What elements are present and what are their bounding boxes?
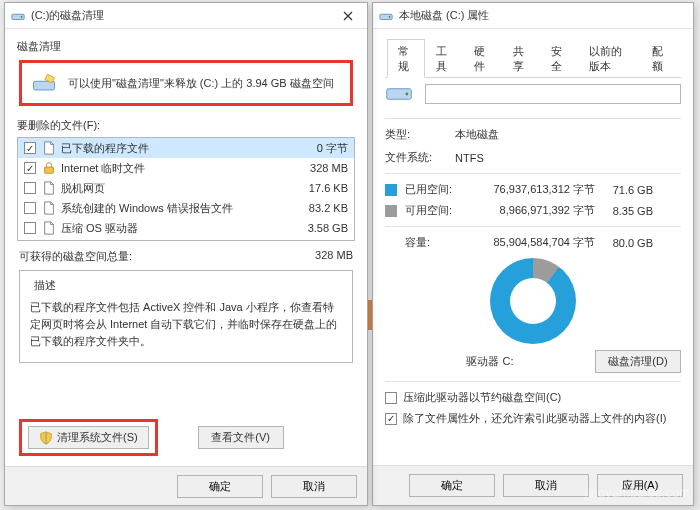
drive-big-icon (385, 80, 413, 108)
svg-point-5 (21, 16, 23, 18)
system-files-callout: 清理系统文件(S) (19, 419, 158, 456)
row-name: 脱机网页 (61, 181, 288, 196)
used-bytes: 76,937,613,312 字节 (465, 182, 595, 197)
cap-label: 容量: (405, 235, 465, 250)
file-row[interactable]: 系统创建的 Windows 错误报告文件83.2 KB (18, 198, 354, 218)
fs-value: NTFS (455, 152, 484, 164)
row-size: 83.2 KB (288, 202, 348, 214)
used-swatch (385, 184, 397, 196)
drive-name-input[interactable] (425, 84, 681, 104)
cancel-button[interactable]: 取消 (271, 475, 357, 498)
view-files-button[interactable]: 查看文件(V) (198, 426, 284, 449)
cleanup-icon (30, 69, 58, 97)
cleanup-system-files-label: 清理系统文件(S) (57, 430, 138, 445)
usage-donut-chart (490, 258, 576, 344)
row-name: 压缩 OS 驱动器 (61, 221, 288, 236)
tab-previous[interactable]: 以前的版本 (578, 39, 641, 78)
file-row[interactable]: 脱机网页17.6 KB (18, 178, 354, 198)
close-button[interactable] (331, 3, 365, 29)
svg-rect-7 (45, 167, 54, 173)
apply-button[interactable]: 应用(A) (597, 474, 683, 497)
row-size: 17.6 KB (288, 182, 348, 194)
tab-tools[interactable]: 工具 (425, 39, 463, 78)
row-checkbox[interactable] (24, 222, 36, 234)
free-bytes: 8,966,971,392 字节 (465, 203, 595, 218)
summary-text: 可以使用"磁盘清理"来释放 (C:) 上的 3.94 GB 磁盘空间 (68, 76, 334, 91)
total-size: 328 MB (315, 249, 353, 264)
index-checkbox[interactable]: ✓ (385, 413, 397, 425)
drive-icon (379, 9, 393, 23)
free-gb: 8.35 GB (595, 205, 653, 217)
lock-icon (42, 161, 56, 175)
titlebar[interactable]: 本地磁盘 (C:) 属性 (373, 3, 693, 29)
used-gb: 71.6 GB (595, 184, 653, 196)
file-row[interactable]: 压缩 OS 驱动器3.58 GB (18, 218, 354, 238)
summary-callout: 可以使用"磁盘清理"来释放 (C:) 上的 3.94 GB 磁盘空间 (19, 60, 353, 106)
files-list[interactable]: ✓已下载的程序文件0 字节✓Internet 临时文件328 MB脱机网页17.… (17, 137, 355, 241)
cancel-button[interactable]: 取消 (503, 474, 589, 497)
type-label: 类型: (385, 127, 455, 142)
tabstrip: 常规 工具 硬件 共享 安全 以前的版本 配额 (385, 39, 681, 78)
description-text: 已下载的程序文件包括 ActiveX 控件和 Java 小程序，你查看特定网页时… (30, 299, 342, 350)
description-heading: 描述 (30, 278, 60, 293)
index-label: 除了文件属性外，还允许索引此驱动器上文件的内容(I) (403, 411, 666, 426)
row-name: 系统创建的 Windows 错误报告文件 (61, 201, 288, 216)
file-row[interactable]: ✓Internet 临时文件328 MB (18, 158, 354, 178)
file-icon (42, 141, 56, 155)
type-value: 本地磁盘 (455, 127, 499, 142)
file-icon (42, 181, 56, 195)
row-name: Internet 临时文件 (61, 161, 288, 176)
window-title: 本地磁盘 (C:) 属性 (399, 8, 489, 23)
file-icon (42, 201, 56, 215)
fs-label: 文件系统: (385, 150, 455, 165)
cap-gb: 80.0 GB (595, 237, 653, 249)
tab-sharing[interactable]: 共享 (502, 39, 540, 78)
file-row[interactable]: ✓已下载的程序文件0 字节 (18, 138, 354, 158)
row-size: 0 字节 (288, 141, 348, 156)
row-checkbox[interactable] (24, 202, 36, 214)
file-icon (42, 221, 56, 235)
drive-label: 驱动器 C: (385, 354, 595, 369)
disk-cleanup-window: (C:)的磁盘清理 磁盘清理 可以使用"磁盘清理"来释放 (C:) 上的 3.9… (4, 2, 368, 506)
titlebar[interactable]: (C:)的磁盘清理 (5, 3, 367, 29)
tab-heading: 磁盘清理 (17, 39, 355, 54)
ok-button[interactable]: 确定 (177, 475, 263, 498)
ok-button[interactable]: 确定 (409, 474, 495, 497)
drive-icon (11, 9, 25, 23)
svg-point-3 (405, 93, 408, 96)
cap-bytes: 85,904,584,704 字节 (465, 235, 595, 250)
compress-checkbox[interactable] (385, 392, 397, 404)
used-label: 已用空间: (405, 182, 465, 197)
disk-cleanup-button[interactable]: 磁盘清理(D) (595, 350, 681, 373)
drive-properties-window: 本地磁盘 (C:) 属性 常规 工具 硬件 共享 安全 以前的版本 配额 类型:… (372, 2, 694, 506)
tab-hardware[interactable]: 硬件 (463, 39, 501, 78)
button-bar: 确定 取消 应用(A) (373, 465, 693, 505)
row-name: 已下载的程序文件 (61, 141, 288, 156)
total-label: 可获得的磁盘空间总量: (19, 249, 315, 264)
row-size: 3.58 GB (288, 222, 348, 234)
row-checkbox[interactable] (24, 182, 36, 194)
tab-general[interactable]: 常规 (387, 39, 425, 78)
free-swatch (385, 205, 397, 217)
row-size: 328 MB (288, 162, 348, 174)
window-title: (C:)的磁盘清理 (31, 8, 104, 23)
button-bar: 确定 取消 (5, 466, 367, 505)
files-label: 要删除的文件(F): (17, 118, 355, 133)
cleanup-system-files-button[interactable]: 清理系统文件(S) (28, 426, 149, 449)
description-group: 描述 已下载的程序文件包括 ActiveX 控件和 Java 小程序，你查看特定… (19, 270, 353, 363)
free-label: 可用空间: (405, 203, 465, 218)
row-checkbox[interactable]: ✓ (24, 162, 36, 174)
svg-point-1 (389, 16, 391, 18)
compress-label: 压缩此驱动器以节约磁盘空间(C) (403, 390, 561, 405)
tab-security[interactable]: 安全 (540, 39, 578, 78)
shield-icon (39, 431, 53, 445)
tab-quota[interactable]: 配额 (641, 39, 679, 78)
row-checkbox[interactable]: ✓ (24, 142, 36, 154)
